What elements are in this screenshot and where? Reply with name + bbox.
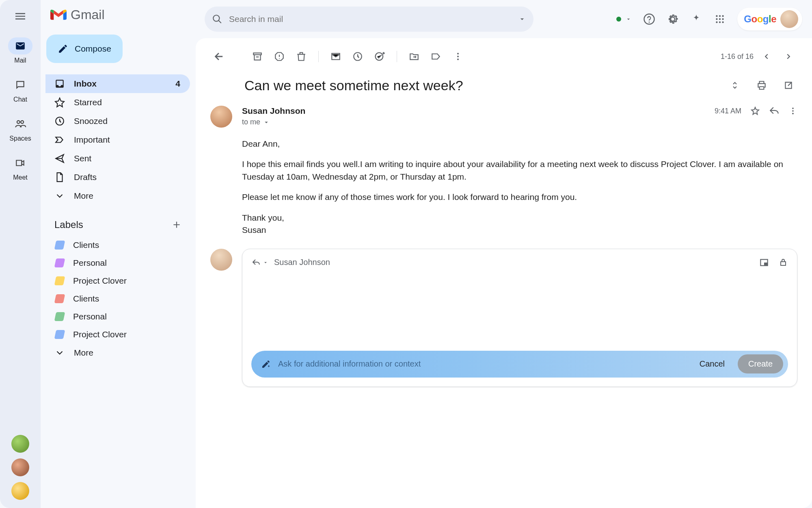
reply-button[interactable] [769,106,780,116]
search-options-icon[interactable] [518,15,526,23]
message-body: Dear Ann, I hope this email finds you we… [242,138,797,237]
compose-button[interactable]: Compose [46,35,123,63]
status-indicator[interactable] [616,16,632,22]
message-toolbar: 1-16 of 16 [210,46,797,67]
gmail-logo-icon [50,9,67,22]
chat-avatar[interactable] [11,435,29,453]
sidebar-item-more[interactable]: More [45,187,190,205]
sidebar-item-inbox[interactable]: Inbox 4 [45,74,190,93]
svg-point-6 [716,18,718,20]
user-avatar[interactable] [780,10,798,28]
label-name: More [74,348,93,358]
sidebar-item-sent[interactable]: Sent [45,149,190,168]
print-button[interactable] [753,76,771,94]
popout-reply-button[interactable] [759,257,769,268]
sidebar: Gmail Compose Inbox 4 Starred Snoozed Im [41,0,195,508]
message-more-button[interactable] [788,106,797,115]
reply-recipient[interactable]: Susan Johnson [274,258,330,267]
ai-create-button[interactable]: Create [738,354,783,373]
main-menu-icon[interactable] [14,10,27,23]
sender-avatar[interactable] [210,106,232,128]
star-button[interactable] [750,106,760,116]
email-subject: Can we meet sometime next week? [244,78,726,93]
mark-unread-button[interactable] [327,48,345,65]
help-icon [643,13,655,25]
mail-icon [330,51,341,62]
label-tag-icon [54,241,65,250]
svg-rect-23 [781,262,786,265]
gmail-logo[interactable]: Gmail [45,7,190,22]
search-bar[interactable] [205,7,533,32]
rail-item-meet[interactable]: Meet [8,154,32,181]
delete-button[interactable] [292,48,310,65]
prev-page-button[interactable] [758,48,775,65]
label-item[interactable]: Personal [45,308,190,326]
next-page-button[interactable] [780,48,797,65]
sidebar-item-starred[interactable]: Starred [45,93,190,112]
move-button[interactable] [405,48,423,65]
rail-item-mail[interactable]: Mail [8,37,32,64]
label-item[interactable]: Project Clover [45,272,190,290]
popout-button[interactable] [780,76,797,94]
settings-button[interactable] [667,13,679,25]
message-time: 9:41 AM [715,107,741,115]
add-label-button[interactable] [171,219,182,230]
more-vert-icon [788,106,797,115]
ai-prompt-input[interactable] [278,359,687,369]
add-task-button[interactable] [371,48,389,65]
expand-button[interactable] [726,76,744,94]
label-name: Clients [73,240,99,250]
drafts-icon [54,172,65,182]
more-vert-icon [453,52,463,61]
label-name: Project Clover [73,330,127,339]
svg-point-7 [719,18,721,20]
header: Google [195,0,812,38]
sender-name: Susan Johnson [242,106,305,116]
label-item[interactable]: Project Clover [45,326,190,343]
apps-button[interactable] [714,13,726,25]
support-button[interactable] [643,13,655,25]
rail-item-spaces[interactable]: Spaces [8,115,32,142]
reply-type-button[interactable] [251,258,268,267]
account-chip[interactable]: Google [737,8,802,30]
svg-point-16 [457,56,459,57]
gemini-button[interactable] [690,13,702,25]
confidential-button[interactable] [778,257,788,268]
label-name: Project Clover [73,276,127,286]
magic-pencil-icon [261,359,271,369]
back-button[interactable] [210,48,228,65]
rail-item-chat[interactable]: Chat [8,76,32,103]
label-button[interactable] [427,48,445,65]
recipient-line[interactable]: to me [242,118,797,126]
archive-icon [252,51,263,62]
label-item[interactable]: Clients [45,236,190,254]
reply-composer: Susan Johnson Cancel Create [242,249,797,387]
ai-cancel-button[interactable]: Cancel [694,359,730,369]
search-input[interactable] [222,14,518,24]
archive-button[interactable] [248,48,266,65]
my-avatar[interactable] [210,249,232,271]
inbox-icon [54,78,65,89]
label-tag-icon [54,312,65,321]
google-logo: Google [744,13,776,25]
svg-point-15 [457,53,459,54]
chat-avatar[interactable] [11,458,29,476]
clock-icon [54,116,65,126]
chat-icon [8,76,32,93]
sidebar-item-snoozed[interactable]: Snoozed [45,112,190,130]
nav-label: Snoozed [74,116,108,126]
label-item[interactable]: More [45,343,190,362]
sidebar-item-important[interactable]: Important [45,130,190,149]
rail-label: Chat [13,96,27,103]
chat-avatar[interactable] [11,482,29,500]
label-item[interactable]: Personal [45,254,190,272]
more-button[interactable] [449,48,467,65]
mail-icon [8,37,32,54]
snooze-button[interactable] [349,48,367,65]
chevron-down-icon [263,119,270,126]
spam-button[interactable] [270,48,288,65]
label-item[interactable]: Clients [45,290,190,308]
rail-label: Meet [13,174,28,181]
spam-icon [274,51,285,62]
sidebar-item-drafts[interactable]: Drafts [45,168,190,187]
